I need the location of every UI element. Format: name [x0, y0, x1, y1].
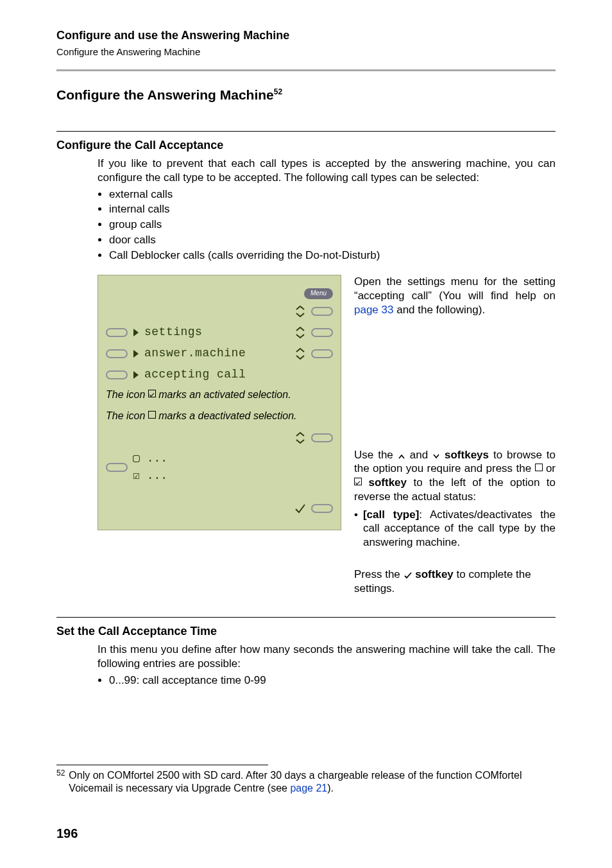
- sec1-bullet: internal calls: [109, 202, 556, 216]
- lcd-panel: Menu settings: [98, 275, 341, 530]
- svg-marker-2: [133, 329, 139, 336]
- sec1-bullet: Call Deblocker calls (calls overriding t…: [109, 248, 556, 263]
- footnote-number: 52: [56, 769, 65, 795]
- link-page-33: page 33: [354, 304, 393, 316]
- svg-rect-4: [106, 350, 127, 358]
- subheading-call-acceptance: Configure the Call Acceptance: [56, 138, 556, 153]
- subsection-rule-2: [56, 617, 556, 618]
- softkey-left-icon: [106, 349, 128, 358]
- svg-marker-8: [133, 371, 139, 379]
- lcd-item-accepting-call: accepting call: [144, 367, 333, 382]
- lcd-option-unchecked: ▢ ...: [133, 451, 167, 466]
- page-number: 196: [56, 826, 78, 842]
- subheading-call-acceptance-time: Set the Call Acceptance Time: [56, 624, 556, 639]
- checkmark-icon: [294, 503, 306, 514]
- svg-rect-1: [106, 329, 127, 336]
- checkbox-unchecked-icon: [148, 411, 156, 419]
- softkey-left-icon: [106, 463, 128, 472]
- sec2-bullet-list: 0...99: call acceptance time 0-99: [98, 673, 556, 688]
- softkey-right-icon: [311, 349, 333, 358]
- svg-rect-7: [106, 371, 127, 379]
- svg-rect-11: [312, 505, 332, 512]
- sec1-intro: If you like to prevent that each call ty…: [98, 157, 556, 185]
- sec1-bullet: group calls: [109, 218, 556, 232]
- subsection-rule-1: [56, 131, 556, 132]
- softkey-right-icon: [311, 433, 333, 442]
- lcd-option-checked: ☑ ...: [133, 469, 167, 483]
- sec2-bullet: 0...99: call acceptance time 0-99: [109, 673, 556, 688]
- softkey-right-icon: [311, 307, 333, 316]
- h2-part1: Configure: [56, 87, 120, 102]
- svg-rect-9: [312, 434, 332, 442]
- svg-rect-0: [312, 308, 332, 315]
- link-page-21: page 21: [290, 783, 327, 794]
- chevron-down-icon: [432, 453, 440, 460]
- checkmark-icon: [404, 571, 412, 579]
- sec2-intro: In this menu you define after how many s…: [98, 643, 556, 671]
- triangle-right-icon: [133, 370, 139, 379]
- desc-complete: Press the softkey to complete the settin…: [354, 568, 556, 596]
- svg-rect-6: [312, 350, 332, 358]
- svg-rect-10: [106, 464, 127, 471]
- desc-open-settings: Open the settings menu for the setting “…: [354, 275, 556, 317]
- h2-footnote-ref: 52: [274, 87, 282, 96]
- procedure-figure: Menu settings: [98, 275, 556, 595]
- softkey-right-icon: [311, 504, 333, 513]
- h2-part2: the Answering Machine: [120, 87, 274, 102]
- desc-calltype-bullet: • [call type]: Activates/deactivates the…: [354, 508, 556, 550]
- running-header-subtitle: Configure the Answering Machine: [56, 46, 556, 58]
- chevron-up-icon: [398, 453, 405, 460]
- footnote-52: 52 Only on COMfortel 2500 with SD card. …: [56, 769, 556, 795]
- footnote-rule: [56, 765, 268, 765]
- chevron-up-down-icon: [294, 326, 306, 340]
- checkbox-checked-icon: [354, 478, 362, 485]
- softkey-right-icon: [311, 328, 333, 337]
- sec1-bullet: door calls: [109, 233, 556, 247]
- section-heading-configure-am: Configure the Answering Machine52: [56, 87, 556, 104]
- lcd-item-settings: settings: [144, 325, 289, 340]
- chevron-up-down-icon: [294, 347, 306, 361]
- svg-marker-5: [133, 350, 139, 358]
- procedure-description: Open the settings menu for the setting “…: [354, 275, 556, 595]
- lcd-note-deactivated: The icon marks a deactivated selection.: [106, 410, 333, 423]
- chevron-up-down-icon: [294, 304, 306, 318]
- svg-rect-3: [312, 329, 332, 336]
- sec1-bullet: external calls: [109, 187, 556, 202]
- lcd-note-activated: The icon marks an activated selection.: [106, 388, 333, 402]
- lcd-item-answer-machine: answer.machine: [144, 346, 289, 361]
- running-header-title: Configure and use the Answering Machine: [56, 28, 556, 43]
- triangle-right-icon: [133, 349, 139, 358]
- sec1-bullet-list: external calls internal calls group call…: [98, 187, 556, 263]
- softkey-left-icon: [106, 328, 128, 337]
- softkey-left-icon: [106, 370, 128, 379]
- checkbox-checked-icon: [148, 390, 156, 397]
- chevron-up-down-icon: [294, 431, 306, 445]
- menu-softkey-icon: Menu: [304, 288, 333, 299]
- triangle-right-icon: [133, 328, 139, 337]
- checkbox-unchecked-icon: [535, 464, 543, 471]
- desc-use-softkeys: Use the and softkeys to browse to the op…: [354, 448, 556, 504]
- header-rule: [56, 69, 556, 71]
